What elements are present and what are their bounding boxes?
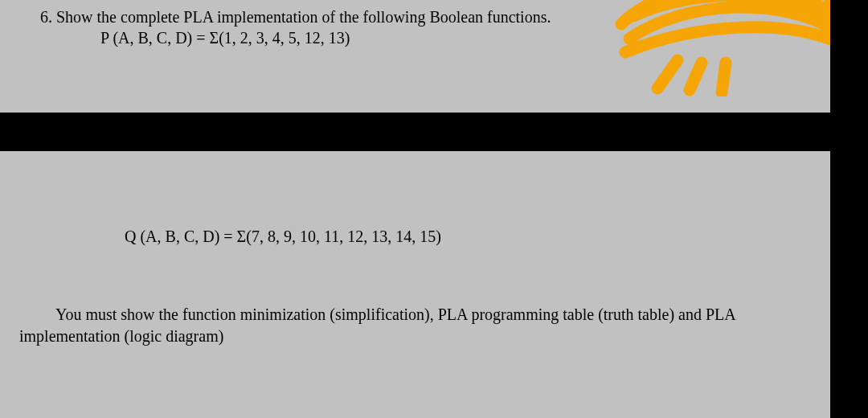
redaction-bar (0, 113, 830, 151)
document-page: 6. Show the complete PLA implementation … (0, 0, 830, 418)
instructions-text: You must show the function minimization … (19, 304, 815, 347)
black-margin (830, 0, 868, 418)
question-number: 6. (40, 8, 56, 26)
question-prompt-line: 6. Show the complete PLA implementation … (40, 8, 551, 27)
highlighter-scribble-icon (589, 0, 868, 96)
function-p-definition: P (A, B, C, D) = Σ(1, 2, 3, 4, 5, 12, 13… (100, 29, 350, 47)
function-q-definition: Q (A, B, C, D) = Σ(7, 8, 9, 10, 11, 12, … (125, 227, 441, 246)
question-prompt: Show the complete PLA implementation of … (56, 8, 551, 26)
